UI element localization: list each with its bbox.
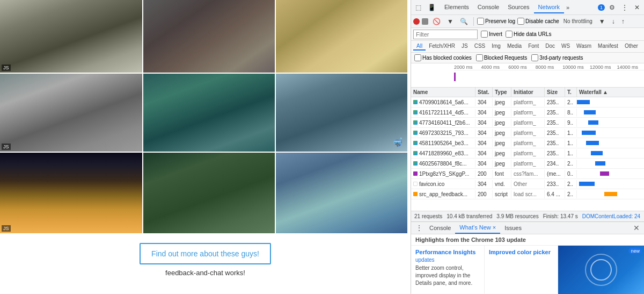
tab-issues[interactable]: Issues	[500, 223, 526, 233]
tab-whats-new[interactable]: What's New ×	[455, 222, 500, 234]
td-status: 200	[475, 170, 493, 178]
preserve-log-checkbox[interactable]	[477, 18, 484, 25]
th-initiator[interactable]: Initiator	[511, 88, 545, 97]
card2-title[interactable]: Improved color picker	[489, 249, 553, 255]
th-name[interactable]: Name	[411, 88, 475, 97]
online-icon[interactable]: ▼	[597, 17, 608, 26]
table-row[interactable]: 1Ptxg8zYS_SKggP... 200 font css?fam... (…	[411, 169, 644, 179]
settings-icon[interactable]: ⚙	[607, 3, 617, 12]
tab-sources[interactable]: Sources	[503, 2, 533, 13]
gallery-bottom: Find out more about these guys! feedback…	[0, 238, 411, 282]
type-css[interactable]: CSS	[471, 42, 489, 51]
th-type[interactable]: Type	[493, 88, 511, 97]
device-icon[interactable]: 📱	[426, 3, 438, 12]
td-type: jpeg	[493, 98, 511, 106]
new-badge: new	[628, 248, 642, 254]
table-row[interactable]: src_app_feedback... 200 script load scr.…	[411, 189, 644, 199]
th-size[interactable]: Size	[545, 88, 565, 97]
card-title[interactable]: Performance Insights	[415, 249, 480, 255]
stop-button[interactable]	[422, 18, 428, 25]
td-time: 2..	[565, 190, 577, 198]
td-waterfall	[577, 148, 644, 158]
invert-checkbox[interactable]	[481, 31, 488, 38]
tab-elements[interactable]: Elements	[440, 2, 473, 13]
hide-data-urls-checkbox[interactable]	[506, 31, 513, 38]
table-row[interactable]: 41617221114_4d5... 304 jpeg platform_ 23…	[411, 107, 644, 118]
more-options-icon[interactable]: ⋮	[619, 3, 630, 12]
type-fetch-xhr[interactable]: Fetch/XHR	[426, 42, 458, 51]
tab-more[interactable]: »	[564, 2, 572, 13]
filter-input[interactable]	[413, 30, 478, 39]
bottom-panel-menu[interactable]: ⋮	[413, 223, 425, 233]
type-img[interactable]: Img	[488, 42, 504, 51]
inspect-icon[interactable]: ⬚	[413, 3, 423, 12]
td-size: 235..	[545, 109, 565, 117]
find-out-button[interactable]: Find out more about these guys!	[140, 243, 271, 264]
third-party-checkbox[interactable]	[531, 54, 538, 61]
type-manifest[interactable]: Manifest	[595, 42, 621, 51]
table-rows: 47099018614_5a6... 304 jpeg platform_ 23…	[411, 97, 644, 199]
third-party-label: 3rd-party requests	[531, 54, 583, 61]
table-row[interactable]: favicon.ico 304 vnd. Other 233.. 2..	[411, 179, 644, 189]
td-type: jpeg	[493, 109, 511, 117]
td-time: 1..	[565, 129, 577, 137]
th-waterfall[interactable]: Waterfall ▲	[577, 88, 644, 97]
tab-console-bottom[interactable]: Console	[425, 223, 455, 233]
blocked-requests-checkbox[interactable]	[476, 54, 483, 61]
timeline-bar-area	[454, 70, 644, 83]
type-all[interactable]: All	[413, 42, 426, 51]
has-blocked-cookies-checkbox[interactable]	[414, 54, 421, 61]
td-time: 2..	[565, 180, 577, 188]
export-icon[interactable]: ↑	[619, 17, 627, 26]
type-wasm[interactable]: Wasm	[573, 42, 595, 51]
network-table[interactable]: Name Stat. Type Initiator Size T. Waterf…	[411, 88, 644, 211]
td-size: 6.4 ...	[545, 190, 565, 198]
table-row[interactable]: 45811905264_be3... 304 jpeg platform_ 23…	[411, 138, 644, 148]
table-row[interactable]: 47099018614_5a6... 304 jpeg platform_ 23…	[411, 97, 644, 107]
type-font[interactable]: Font	[525, 42, 542, 51]
tab-console[interactable]: Console	[473, 2, 503, 13]
td-type: script	[493, 190, 511, 198]
record-button[interactable]	[413, 18, 420, 25]
shark-top-photo: 🤿	[276, 74, 407, 152]
td-initiator: load scr...	[511, 190, 545, 198]
bottom-tabs: ⋮ Console What's New × Issues ✕	[411, 222, 644, 234]
card-subtitle[interactable]: updates	[415, 257, 480, 263]
beach-photo	[276, 0, 407, 73]
td-name: 44718289960_e83...	[411, 149, 475, 157]
filter-icon[interactable]: ▼	[445, 17, 456, 26]
search-network-icon[interactable]: 🔍	[458, 17, 470, 26]
table-row[interactable]: 46972303215_793... 304 jpeg platform_ 23…	[411, 128, 644, 138]
table-row[interactable]: 47734160411_f2b6... 304 jpeg platform_ 2…	[411, 118, 644, 128]
td-time: 9..	[565, 119, 577, 127]
timeline-labels: 2000 ms 4000 ms 6000 ms 8000 ms 10000 ms…	[411, 63, 644, 70]
type-other[interactable]: Other	[621, 42, 641, 51]
tab-network[interactable]: Network	[534, 2, 564, 13]
type-js[interactable]: JS	[458, 42, 471, 51]
type-media[interactable]: Media	[504, 42, 525, 51]
td-initiator: platform_	[511, 109, 545, 117]
th-time[interactable]: T.	[565, 88, 577, 97]
td-name: 47734160411_f2b6...	[411, 119, 475, 127]
close-devtools-icon[interactable]: ✕	[632, 3, 642, 12]
td-name: src_app_feedback...	[411, 190, 475, 198]
no-throttling-select[interactable]: No throttling	[561, 16, 595, 26]
type-doc[interactable]: Doc	[542, 42, 558, 51]
type-ws[interactable]: WS	[558, 42, 573, 51]
table-row[interactable]: 46025678804_f8c... 304 jpeg platform_ 23…	[411, 159, 644, 169]
timeline-label-5: 12000 ms	[590, 64, 617, 70]
has-blocked-cookies-label: Has blocked cookies	[414, 54, 472, 61]
js-badge-2: JS	[2, 144, 11, 150]
bottom-cards: Performance Insights updates Better zoom…	[411, 246, 644, 294]
timeline[interactable]: 2000 ms 4000 ms 6000 ms 8000 ms 10000 ms…	[411, 63, 644, 88]
clear-icon[interactable]: 🚫	[430, 17, 443, 26]
row-type-icon	[413, 131, 418, 135]
dom-content-loaded[interactable]: DOMContentLoaded: 24	[582, 213, 640, 219]
table-row[interactable]: 44718289960_e83... 304 jpeg platform_ 23…	[411, 148, 644, 159]
th-status[interactable]: Stat.	[475, 88, 493, 97]
disable-cache-checkbox[interactable]	[517, 18, 524, 25]
import-icon[interactable]: ↓	[610, 17, 617, 26]
video-card[interactable]: new	[558, 246, 644, 294]
bottom-panel-close[interactable]: ✕	[631, 223, 642, 233]
td-name: 41617221114_4d5...	[411, 109, 475, 117]
